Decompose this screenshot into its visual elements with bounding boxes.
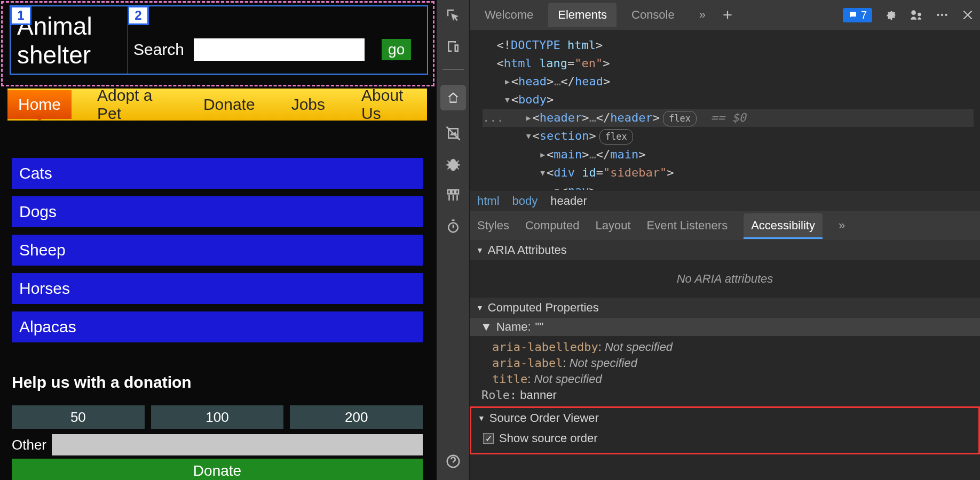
aria-attrs-label: ARIA Attributes [488,243,567,257]
devtools-main: Welcome Elements Console » 7 <!DOCTYPE h… [470,0,980,480]
category-sheep[interactable]: Sheep [12,235,423,266]
other-label: Other [12,437,46,453]
subtab-more-icon[interactable]: » [839,219,845,233]
stopwatch-icon[interactable] [445,218,461,234]
name-row[interactable]: ▼ Name: "" [470,318,980,336]
device-icon[interactable] [445,38,461,54]
svg-point-3 [945,14,947,16]
page-header: 1 Animal shelter 2 Search go [10,5,428,75]
dom-breadcrumb: html body header [470,190,980,211]
other-input[interactable] [52,434,423,455]
aria-attributes-header[interactable]: ▼ARIA Attributes [470,240,980,260]
show-source-order-row[interactable]: ✓ Show source order [471,428,978,445]
image-off-icon[interactable] [445,125,461,141]
nav-donate[interactable]: Donate [193,90,266,119]
help-icon[interactable] [445,453,461,469]
subtab-accessibility[interactable]: Accessibility [744,213,823,238]
subtab-computed[interactable]: Computed [525,219,580,233]
category-alpacas[interactable]: Alpacas [12,311,423,342]
header-title-cell: 1 Animal shelter [11,6,128,74]
donation-amount-row: 50 100 200 [12,405,423,429]
aria-label-key: aria-label [492,356,563,370]
header-search-cell: 2 Search go [128,6,427,74]
rendered-page: 1 Animal shelter 2 Search go Home Adopt … [0,0,437,480]
plus-icon[interactable] [721,8,734,22]
search-label: Search [133,21,184,59]
subtab-listeners[interactable]: Event Listeners [647,219,728,233]
primary-nav: Home Adopt a Pet Donate Jobs About Us [7,89,427,121]
more-icon[interactable] [935,8,949,22]
nav-about[interactable]: About Us [351,81,427,128]
svg-point-2 [941,14,943,16]
name-key: Name: [496,320,531,334]
search-input[interactable] [194,38,365,61]
donation-heading: Help us with a donation [12,373,192,391]
gear-icon[interactable] [884,8,898,22]
inspect-icon[interactable] [445,7,461,23]
nav-home[interactable]: Home [7,90,72,119]
donation-200[interactable]: 200 [290,405,423,429]
svg-point-1 [937,14,939,16]
subtab-layout[interactable]: Layout [595,219,630,233]
bc-header[interactable]: header [550,194,587,208]
category-dogs[interactable]: Dogs [12,196,423,227]
computed-props-header[interactable]: ▼Computed Properties [470,298,980,318]
title-val: Not specified [534,372,602,386]
selected-indicator: == $0 [710,111,746,124]
show-source-order-label: Show source order [499,431,598,445]
show-source-order-checkbox[interactable]: ✓ [483,433,494,444]
aria-labelledby-key: aria-labelledby [492,340,598,354]
donation-100[interactable]: 100 [151,405,284,429]
tab-elements[interactable]: Elements [548,3,617,27]
aria-label-val: Not specified [570,356,637,370]
styles-subtabs: Styles Computed Layout Event Listeners A… [470,211,980,240]
feedback-icon[interactable] [910,8,923,22]
activity-bar [437,0,470,480]
no-aria-text: No ARIA attributes [470,260,980,298]
issues-badge[interactable]: 7 [843,8,872,22]
top-right-controls: 7 [843,8,975,22]
title-key: title [492,372,527,386]
source-order-label: Source Order Viewer [489,411,599,425]
bc-html[interactable]: html [477,194,500,208]
devtools-panel: Welcome Elements Console » 7 <!DOCTYPE h… [437,0,980,480]
tab-welcome[interactable]: Welcome [475,3,543,27]
aria-labelledby-val: Not specified [605,340,673,354]
donation-other-row: Other [12,434,423,455]
donation-50[interactable]: 50 [12,405,145,429]
dom-tree[interactable]: <!DOCTYPE html> <html lang="en"> ▸<head>… [470,30,980,190]
source-order-viewer-highlight: ▼Source Order Viewer ✓ Show source order [470,406,980,454]
flex-badge[interactable]: flex [663,111,697,126]
tab-console[interactable]: Console [622,3,684,27]
sliders-icon[interactable] [445,187,461,203]
name-value: "" [535,320,544,334]
flex-badge-2[interactable]: flex [599,129,633,144]
role-key: Role: [481,388,517,402]
elements-tool-icon[interactable] [440,85,466,110]
more-tabs-icon[interactable]: » [690,3,715,27]
nav-jobs[interactable]: Jobs [281,90,336,119]
subtab-styles[interactable]: Styles [477,219,509,233]
go-button[interactable]: go [382,39,411,60]
bug-icon[interactable] [445,156,461,172]
category-horses[interactable]: Horses [12,273,423,304]
close-icon[interactable] [961,8,975,22]
source-order-badge-1: 1 [10,6,31,25]
issues-count: 7 [861,9,867,21]
category-list: Cats Dogs Sheep Horses Alpacas [12,158,423,342]
category-cats[interactable]: Cats [12,158,423,189]
computed-props-label: Computed Properties [488,301,599,315]
source-order-badge-2: 2 [128,6,149,25]
donate-button[interactable]: Donate [12,459,423,480]
bc-body[interactable]: body [512,194,538,208]
nav-adopt[interactable]: Adopt a Pet [86,81,178,128]
devtools-tabs: Welcome Elements Console » 7 [470,0,980,30]
source-order-header[interactable]: ▼Source Order Viewer [471,408,978,428]
accessibility-panel: ▼ARIA Attributes No ARIA attributes ▼Com… [470,240,980,480]
rail-divider [442,69,464,70]
role-value: banner [520,388,557,402]
